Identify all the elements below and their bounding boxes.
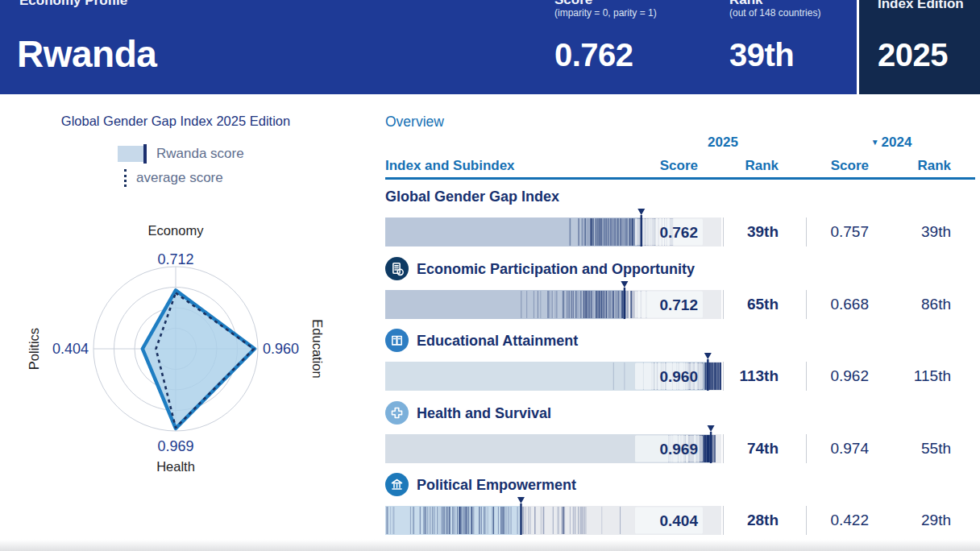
overview-title: Overview: [385, 114, 444, 130]
row-title: Global Gender Gap Index: [385, 187, 559, 206]
radar-legend: Rwanda score average score: [118, 144, 244, 188]
score-2025-in-strip: 0.404: [659, 512, 698, 529]
page-bottom-edge: [0, 540, 980, 551]
index-edition-box: Index Edition 2025: [859, 0, 980, 94]
legend-item-average: average score: [124, 168, 244, 188]
table-row-political-empowerment: Political Empowerment0.40428th0.42229th: [385, 473, 975, 545]
country-marker-triangle-icon: [637, 209, 645, 215]
table-row-educational-attainment: Educational Attainment0.960113th0.962115…: [385, 329, 975, 400]
country-marker-triangle-icon: [704, 353, 712, 359]
row-title: Economic Participation and Opportunity: [417, 259, 695, 279]
rank-2024: 115th: [870, 367, 951, 386]
sort-triangle-icon: ▼: [871, 138, 879, 147]
edition-label: Index Edition: [878, 0, 964, 12]
radar-axis-education: Education: [310, 319, 325, 378]
distribution-strip: 0.404: [385, 495, 721, 535]
rank-2024: 29th: [870, 511, 951, 530]
politics-icon: [385, 473, 409, 496]
edition-value: 2025: [878, 37, 948, 73]
country-score-swatch-icon: [118, 146, 147, 162]
year-2024-header: ▼2024: [843, 135, 940, 151]
radar-value-politics: 0.404: [52, 341, 89, 357]
score-2025-in-strip: 0.762: [659, 224, 698, 241]
legend-country-label: Rwanda score: [156, 146, 244, 162]
country-marker-triangle-icon: [708, 425, 715, 432]
radar-axis-politics: Politics: [27, 328, 41, 370]
distribution-strip: 0.960: [385, 350, 721, 391]
rank-2025: 74th: [698, 439, 779, 458]
education-icon: [385, 329, 409, 352]
score-2025-in-strip: 0.969: [659, 441, 698, 458]
economy-icon: [385, 257, 409, 280]
radar-chart: Economy0.7120.960Education0.969Health0.4…: [15, 213, 337, 487]
score-value: 0.762: [554, 37, 633, 73]
rank-2025: 28th: [698, 511, 779, 530]
score-2024: 0.422: [788, 511, 869, 530]
score-2024: 0.668: [788, 295, 869, 314]
radar-value-economy: 0.712: [157, 251, 193, 267]
col-index-subindex: Index and Subindex: [385, 158, 515, 174]
rank-sublabel: (out of 148 countries): [729, 7, 820, 19]
table-row-economic-participation-and-opportunity: Economic Participation and Opportunity0.…: [385, 257, 975, 329]
table-row-global-gender-gap-index: Global Gender Gap Index0.76239th0.75739t…: [385, 184, 975, 256]
page-header: Economy Profile Rwanda Score (imparity =…: [0, 0, 980, 94]
score-2025-in-strip: 0.960: [659, 368, 698, 385]
health-icon: [385, 401, 409, 425]
average-score-dotted-icon: [124, 169, 127, 187]
rank-2024: 39th: [870, 222, 951, 242]
col-rank-2025: Rank: [698, 158, 779, 174]
rank-2024: 55th: [870, 439, 951, 458]
year-2025-header: 2025: [683, 135, 763, 151]
col-score-2025: Score: [617, 158, 698, 174]
rank-value: 39th: [729, 37, 794, 73]
score-sublabel: (imparity = 0, parity = 1): [554, 7, 657, 19]
row-title: Educational Attainment: [417, 331, 578, 350]
rank-2024: 86th: [870, 295, 951, 314]
distribution-strip: 0.969: [385, 423, 721, 463]
row-title: Health and Survival: [417, 404, 551, 423]
radar-title: Global Gender Gap Index 2025 Edition: [32, 114, 319, 129]
legend-average-label: average score: [136, 170, 223, 186]
radar-value-health: 0.969: [157, 438, 193, 454]
header-eyebrow: Economy Profile: [19, 0, 127, 9]
country-marker-triangle-icon: [621, 281, 628, 288]
table-header-rule: [385, 177, 975, 180]
radar-value-education: 0.960: [263, 341, 299, 357]
rank-2025: 65th: [698, 295, 779, 314]
score-2024: 0.974: [788, 439, 869, 458]
radar-axis-health: Health: [156, 459, 195, 474]
col-score-2024: Score: [788, 158, 869, 174]
economy-profile-page: Economy Profile Rwanda Score (imparity =…: [0, 0, 980, 551]
country-marker-triangle-icon: [517, 497, 525, 503]
distribution-strip: 0.712: [385, 279, 721, 319]
row-title: Political Empowerment: [417, 475, 576, 495]
country-name: Rwanda: [17, 32, 156, 76]
score-2024: 0.757: [788, 222, 869, 242]
rank-2025: 39th: [698, 222, 779, 242]
col-rank-2024: Rank: [870, 158, 951, 174]
rank-2025: 113th: [698, 367, 779, 386]
score-2024: 0.962: [788, 367, 869, 386]
table-row-health-and-survival: Health and Survival0.96974th0.97455th: [385, 401, 975, 473]
radar-axis-economy: Economy: [148, 223, 205, 238]
legend-item-country: Rwanda score: [118, 144, 244, 164]
radar-svg: Economy0.7120.960Education0.969Health0.4…: [15, 213, 337, 487]
score-2025-in-strip: 0.712: [659, 296, 698, 313]
distribution-strip: 0.762: [385, 206, 721, 246]
